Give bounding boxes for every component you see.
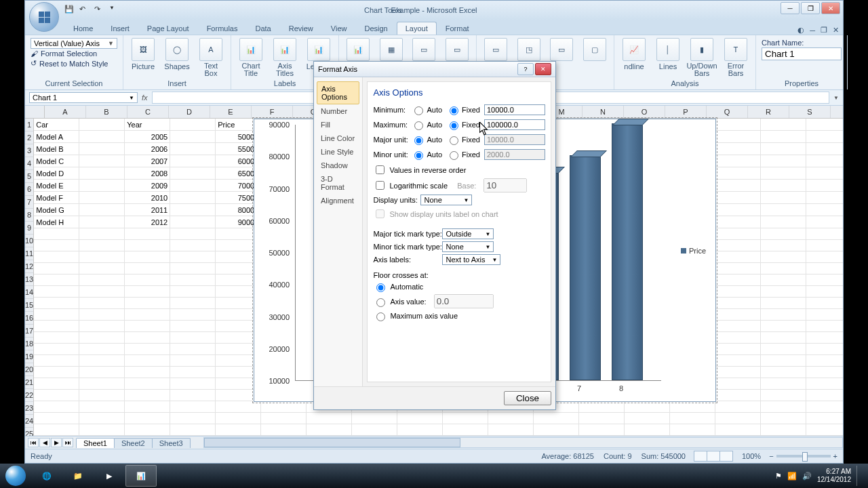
row-header[interactable]: 22 bbox=[25, 389, 33, 402]
cell[interactable] bbox=[625, 413, 670, 424]
row-header[interactable]: 13 bbox=[25, 273, 33, 286]
cell[interactable] bbox=[79, 424, 125, 436]
error-bars-button[interactable]: ᎢError Bars bbox=[722, 38, 750, 77]
cell[interactable] bbox=[715, 228, 761, 240]
cell[interactable] bbox=[125, 309, 170, 321]
cell[interactable] bbox=[170, 321, 216, 332]
major-fixed-radio[interactable]: Fixed bbox=[446, 134, 480, 145]
scrollbar-thumb[interactable] bbox=[204, 438, 461, 447]
chart-wall-button2[interactable]: ▭ bbox=[548, 38, 576, 62]
cell[interactable] bbox=[170, 251, 216, 263]
cell[interactable] bbox=[170, 228, 216, 240]
cell[interactable] bbox=[170, 378, 216, 390]
cell[interactable] bbox=[488, 413, 534, 424]
cell[interactable]: 2008 bbox=[125, 167, 170, 180]
cell[interactable]: Model B bbox=[34, 143, 79, 155]
cell[interactable] bbox=[34, 413, 79, 424]
tray-flag-icon[interactable]: ⚑ bbox=[775, 472, 782, 481]
dialog-close-footer-button[interactable]: Close bbox=[504, 391, 551, 405]
cell[interactable] bbox=[125, 274, 170, 286]
cell[interactable] bbox=[34, 401, 79, 413]
qat-dropdown-icon[interactable]: ▼ bbox=[109, 5, 120, 16]
cell[interactable] bbox=[79, 401, 125, 413]
row-header[interactable]: 14 bbox=[25, 286, 33, 299]
col-header[interactable]: C bbox=[127, 106, 169, 118]
cell[interactable] bbox=[170, 143, 216, 155]
log-scale-checkbox[interactable]: Logarithmic scale Base: bbox=[373, 178, 545, 192]
cell[interactable] bbox=[806, 298, 843, 309]
cell[interactable] bbox=[170, 155, 216, 167]
cell[interactable] bbox=[761, 332, 806, 344]
row-header[interactable]: 23 bbox=[25, 402, 33, 415]
cell[interactable] bbox=[170, 119, 216, 131]
cell[interactable] bbox=[806, 240, 843, 251]
cell[interactable] bbox=[806, 228, 843, 240]
cell[interactable] bbox=[806, 251, 843, 263]
dialog-close-button[interactable]: ✕ bbox=[535, 63, 551, 75]
chart-title-button[interactable]: 📊Chart Title bbox=[237, 38, 265, 77]
cell[interactable] bbox=[806, 344, 843, 355]
cell[interactable] bbox=[170, 131, 216, 143]
cell[interactable] bbox=[715, 204, 761, 216]
cell[interactable] bbox=[761, 180, 806, 192]
axis-labels-select[interactable]: Next to Axis▼ bbox=[442, 254, 500, 265]
cell[interactable] bbox=[715, 424, 761, 436]
cell[interactable] bbox=[79, 298, 125, 309]
sheet-nav-first-icon[interactable]: ⏮ bbox=[28, 438, 39, 447]
dialog-titlebar[interactable]: Format Axis ? ✕ bbox=[314, 62, 555, 77]
cell[interactable] bbox=[79, 344, 125, 355]
cell[interactable] bbox=[352, 424, 397, 436]
cell[interactable] bbox=[761, 286, 806, 298]
cell[interactable] bbox=[125, 228, 170, 240]
close-button[interactable]: ✕ bbox=[821, 2, 840, 14]
maximum-fixed-radio[interactable]: Fixed bbox=[446, 119, 480, 130]
cell[interactable] bbox=[806, 167, 843, 180]
cell[interactable] bbox=[34, 321, 79, 332]
cell[interactable]: 2010 bbox=[125, 192, 170, 204]
sheet-tab-sheet1[interactable]: Sheet1 bbox=[76, 438, 115, 448]
cell[interactable] bbox=[806, 390, 843, 401]
taskbar-ie-icon[interactable]: 🌐 bbox=[32, 466, 62, 486]
cell[interactable] bbox=[170, 355, 216, 367]
cell[interactable] bbox=[34, 263, 79, 274]
view-pagebreak-icon[interactable] bbox=[719, 451, 733, 462]
cell[interactable] bbox=[761, 321, 806, 332]
cell[interactable] bbox=[352, 413, 397, 424]
cell[interactable] bbox=[806, 192, 843, 204]
minor-auto-radio[interactable]: Auto bbox=[411, 149, 442, 160]
cell[interactable] bbox=[79, 119, 125, 131]
cell[interactable] bbox=[715, 378, 761, 390]
mdi-minimize-icon[interactable]: ─ bbox=[810, 26, 815, 35]
cell[interactable] bbox=[670, 424, 715, 436]
dialog-nav-line-style[interactable]: Line Style bbox=[317, 145, 359, 159]
minor-fixed-radio[interactable]: Fixed bbox=[446, 149, 480, 160]
dialog-nav-number[interactable]: Number bbox=[317, 104, 359, 118]
save-icon[interactable]: 💾 bbox=[64, 5, 75, 16]
cell[interactable] bbox=[715, 286, 761, 298]
cell[interactable] bbox=[34, 251, 79, 263]
row-header[interactable]: 8 bbox=[25, 209, 33, 222]
office-button[interactable] bbox=[29, 2, 59, 32]
cell[interactable]: Model E bbox=[34, 180, 79, 192]
cell[interactable] bbox=[34, 390, 79, 401]
cell[interactable] bbox=[79, 251, 125, 263]
chart-legend[interactable]: Price bbox=[681, 247, 706, 255]
minor-tick-select[interactable]: None▼ bbox=[442, 241, 494, 252]
cell[interactable] bbox=[488, 424, 534, 436]
chart-element-selector[interactable]: Vertical (Value) Axis▼ bbox=[31, 38, 117, 49]
col-header[interactable]: S bbox=[789, 106, 831, 118]
cell[interactable]: Model A bbox=[34, 131, 79, 143]
display-units-select[interactable]: None▼ bbox=[420, 195, 472, 205]
sheet-tab-sheet2[interactable]: Sheet2 bbox=[114, 438, 153, 448]
minimize-button[interactable]: ─ bbox=[781, 2, 800, 14]
cell[interactable] bbox=[761, 378, 806, 390]
col-header[interactable]: P bbox=[665, 106, 707, 118]
cell[interactable] bbox=[79, 413, 125, 424]
cell[interactable] bbox=[170, 192, 216, 204]
cell[interactable] bbox=[125, 240, 170, 251]
cell[interactable] bbox=[806, 216, 843, 228]
shapes-button[interactable]: ◯Shapes bbox=[163, 38, 191, 70]
dialog-nav-3-d-format[interactable]: 3-D Format bbox=[317, 172, 359, 194]
cell[interactable] bbox=[625, 424, 670, 436]
cell[interactable] bbox=[715, 321, 761, 332]
